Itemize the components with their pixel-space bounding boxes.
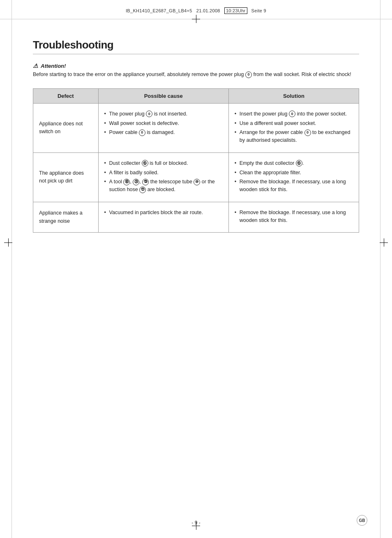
doc-header: IB_KH1410_E2687_GB_LB4+5 21.01.2008 10:2… (0, 0, 392, 14)
list-item: Wall power socket is defective. (104, 120, 223, 127)
list-item: Insert the power plug 0 into the power s… (235, 110, 353, 118)
solution-list-2: Empty the dust collector ⑮. Clean the ap… (235, 159, 353, 194)
attention-block: ⚠ Attention! Before starting to trace th… (33, 62, 359, 79)
list-item: A tool ⑱, ⑳, ㉕ the telesco­pe tube ⑩ or … (104, 178, 223, 194)
circle-18: ⑱ (123, 179, 130, 185)
page-number: - 9 - (191, 520, 200, 526)
cause-cell-1: The power plug 0 is not inserted. Wall p… (98, 103, 228, 152)
title-underline (33, 54, 359, 54)
list-item: Empty the dust collector ⑮. (235, 159, 353, 167)
table-header-row: Defect Possible cause Solution (33, 88, 359, 103)
page-title: Troubleshooting (33, 39, 359, 51)
list-item: Arrange for the power cable 0 to be exch… (235, 129, 353, 144)
page-wrapper: IB_KH1410_E2687_GB_LB4+5 21.01.2008 10:2… (0, 0, 392, 538)
cause-list-1: The power plug 0 is not inserted. Wall p… (104, 110, 223, 136)
list-item: Use a different wall power socket. (235, 120, 353, 127)
doc-time: 10:23Uhr (224, 7, 247, 14)
cause-list-2: Dust collecter ⑮ is full or blocked. A f… (104, 159, 223, 194)
trouble-table: Defect Possible cause Solution Appliance… (33, 88, 359, 233)
doc-id: IB_KH1410_E2687_GB_LB4+5 (126, 8, 192, 13)
cause-cell-2: Dust collecter ⑮ is full or blocked. A f… (98, 152, 228, 202)
solution-list-3: Remove the blockage. If necessary, use a… (235, 209, 353, 224)
list-item: The power plug 0 is not inserted. (104, 110, 223, 118)
circle-10: ⑩ (194, 179, 200, 185)
gb-badge: GB (357, 515, 367, 526)
list-item: Remove the blockage. If necessary, use a… (235, 209, 353, 224)
list-item: Vacuumed in particles block the air rout… (104, 209, 223, 217)
circle-cable: 0 (139, 129, 145, 136)
doc-page-ref: Seite 9 (251, 8, 266, 13)
defect-cell-1: Appliance does not switch on (33, 103, 99, 152)
cause-list-3: Vacuumed in particles block the air rout… (104, 209, 223, 217)
table-row: Appliance does not switch on The power p… (33, 103, 359, 152)
circle-15-s: ⑮ (296, 160, 302, 166)
page-footer: - 9 - GB (0, 520, 392, 526)
solution-cell-1: Insert the power plug 0 into the power s… (228, 103, 359, 152)
table-row: The appliance does not pick up dirt Dust… (33, 152, 359, 202)
attention-title: ⚠ Attention! (33, 62, 359, 69)
list-item: Dust collecter ⑮ is full or blocked. (104, 159, 223, 167)
plug-circle-1: 0 (245, 72, 252, 78)
circle-15: ⑮ (142, 160, 148, 166)
list-item: Power cable 0 is damaged. (104, 129, 223, 136)
solution-cell-2: Empty the dust collector ⑮. Clean the ap… (228, 152, 359, 202)
table-row: Appliance makes a strange noise Vacuumed… (33, 202, 359, 233)
circle-25: ㉕ (142, 179, 149, 185)
defect-cell-3: Appliance makes a strange noise (33, 202, 99, 233)
circle-20: ⑳ (133, 179, 139, 185)
col-header-solution: Solution (228, 88, 359, 103)
col-header-defect: Defect (33, 88, 99, 103)
circle-21: ㉑ (139, 187, 146, 193)
doc-date: 21.01.2008 (196, 8, 220, 13)
solution-list-1: Insert the power plug 0 into the power s… (235, 110, 353, 144)
circle-plug-s: 0 (289, 111, 295, 117)
col-header-cause: Possible cause (98, 88, 228, 103)
circle-plug: 0 (146, 111, 152, 117)
list-item: Remove the blockage. If necessary, use a… (235, 178, 353, 194)
solution-cell-3: Remove the blockage. If necessary, use a… (228, 202, 359, 233)
content-area: Troubleshooting ⚠ Attention! Before star… (0, 14, 392, 270)
list-item: Clean the appropriate filter. (235, 169, 353, 177)
list-item: A filter is badly soiled. (104, 169, 223, 177)
defect-cell-2: The appliance does not pick up dirt (33, 152, 99, 202)
circle-cable-s: 0 (304, 129, 311, 136)
warning-icon: ⚠ (33, 62, 38, 69)
attention-text: Before starting to trace the error on th… (33, 71, 359, 79)
cause-cell-3: Vacuumed in particles block the air rout… (98, 202, 228, 233)
